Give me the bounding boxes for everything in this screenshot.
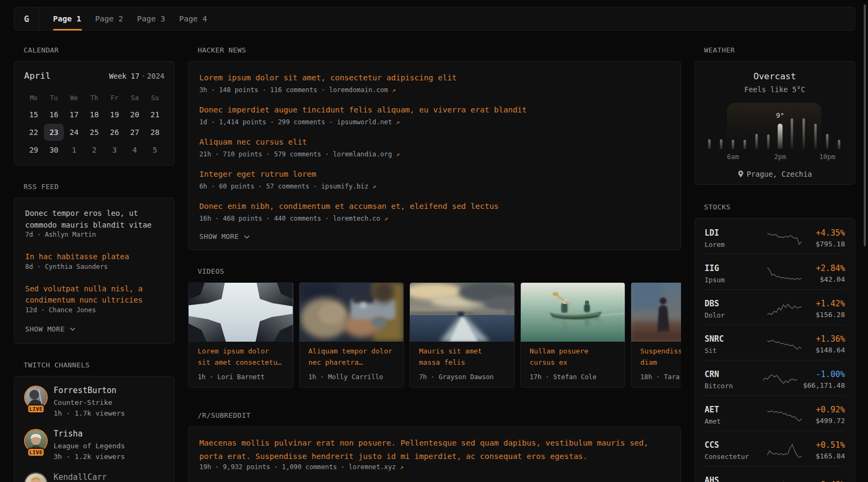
twitch-channel-category[interactable]: Counter-Strike — [54, 398, 125, 407]
hackernews-item-title[interactable]: Lorem ipsum dolor sit amet, consectetur … — [199, 72, 670, 84]
calendar-day[interactable]: 17 — [64, 106, 84, 123]
twitch-channel-info: Trisha League of Legends 3h · 1.2k viewe… — [54, 429, 125, 462]
calendar-separator: · — [139, 72, 147, 80]
stock-ticker: CCS — [705, 440, 760, 450]
twitch-live-badge: LIVE — [27, 448, 45, 457]
rss-card: Donec tempor eros leo, ut commodo mauris… — [14, 198, 175, 344]
external-link-arrow-icon[interactable]: ↗ — [384, 215, 388, 222]
hackernews-item-title[interactable]: Donec imperdiet augue tincidunt felis al… — [199, 104, 670, 116]
page-tab-2[interactable]: Page 2 — [88, 7, 130, 30]
video-thumbnail — [300, 283, 404, 342]
page-scrollbar-thumb[interactable] — [864, 4, 866, 246]
page-tab-1[interactable]: Page 1 — [46, 7, 88, 30]
calendar-weekday: Th — [84, 95, 104, 101]
calendar-day[interactable]: 20 — [125, 106, 145, 123]
calendar-day[interactable]: 2 — [84, 141, 104, 159]
video-card[interactable]: Nullam posuere cursus ex 17h · Stefan Co… — [520, 282, 626, 388]
stock-row[interactable]: AET Amet +0.92% $499.72 — [705, 395, 845, 431]
twitch-channel-row[interactable]: KendallCarr — [24, 472, 164, 482]
stock-row[interactable]: CCS Consectetur +0.51% $165.84 — [705, 431, 845, 466]
twitch-channel-name[interactable]: KendallCarr — [54, 472, 107, 482]
twitch-channel-row[interactable]: LIVE ForrestBurton Counter-Strike 1h · 1… — [24, 386, 164, 418]
hackernews-item-meta-text: 3h · 148 points · 116 comments · loremdo… — [199, 86, 388, 94]
calendar-day[interactable]: 27 — [125, 124, 145, 141]
video-title[interactable]: Lorem ipsum dolor sit amet consectetu… — [198, 346, 284, 368]
weather-bar — [767, 134, 770, 149]
calendar-day[interactable]: 22 — [24, 124, 44, 141]
hackernews-item-title[interactable]: Donec enim nibh, condimentum et accumsan… — [199, 200, 670, 212]
stocks-widget-label: STOCKS — [704, 204, 855, 210]
calendar-day[interactable]: 18 — [84, 106, 104, 123]
calendar-day[interactable]: 28 — [145, 124, 165, 141]
video-title[interactable]: Nullam posuere cursus ex — [530, 346, 616, 368]
stock-row[interactable]: LDI Lorem +4.35% $795.18 — [705, 219, 845, 254]
calendar-day[interactable]: 4 — [125, 141, 145, 159]
rss-item-title[interactable]: Donec tempor eros leo, ut commodo mauris… — [25, 208, 163, 231]
twitch-channel-row[interactable]: LIVE Trisha League of Legends 3h · 1.2k … — [24, 429, 164, 462]
stock-ticker: CRN — [705, 370, 760, 379]
external-link-arrow-icon[interactable]: ↗ — [400, 463, 403, 471]
stock-row[interactable]: AHS +0.46% — [705, 466, 845, 482]
calendar-day[interactable]: 19 — [104, 106, 125, 123]
rss-show-more-button[interactable]: SHOW MORE — [25, 326, 163, 333]
stock-name: Amet — [705, 417, 760, 425]
rss-item-title[interactable]: Sed volutpat nulla nisl, a condimentum n… — [25, 283, 163, 306]
stock-name: Dolor — [705, 311, 760, 319]
page-tab-4[interactable]: Page 4 — [172, 7, 214, 30]
hackernews-show-more-button[interactable]: SHOW MORE — [199, 233, 670, 240]
stock-sparkline-chart — [763, 371, 797, 388]
calendar-day-selected[interactable]: 23 — [44, 124, 64, 141]
stock-row[interactable]: SNRC Sit +1.36% $148.64 — [705, 325, 845, 360]
twitch-channel-viewers: 3h · 1.2k viewers — [54, 452, 125, 461]
video-title[interactable]: Suspendisse sodales diam — [640, 346, 681, 368]
hackernews-widget: HACKER NEWS Lorem ipsum dolor sit amet, … — [188, 47, 681, 250]
stock-row[interactable]: DBS Dolor +1.42% $156.28 — [705, 289, 845, 325]
video-card[interactable]: Aliquam tempor dolor nec pharetra… 1h · … — [299, 282, 405, 388]
subreddit-post-title[interactable]: Maecenas mollis pulvinar erat non posuer… — [199, 436, 670, 463]
rss-item-title[interactable]: In hac habitasse platea — [25, 251, 163, 263]
hackernews-item-title[interactable]: Aliquam nec cursus elit — [199, 136, 670, 148]
external-link-arrow-icon[interactable]: ↗ — [392, 86, 396, 94]
calendar-day[interactable]: 3 — [104, 141, 125, 159]
weather-location: Prague, Czechia — [695, 170, 855, 178]
calendar-day[interactable]: 29 — [24, 141, 44, 159]
video-title[interactable]: Aliquam tempor dolor nec pharetra… — [309, 346, 395, 368]
calendar-day[interactable]: 15 — [24, 106, 44, 123]
stock-change-percent: +2.84% — [816, 263, 845, 273]
calendar-day[interactable]: 21 — [145, 106, 165, 123]
stock-values: +0.46% — [816, 480, 845, 482]
page-tab-3[interactable]: Page 3 — [130, 7, 172, 30]
stock-ticker: AET — [705, 405, 760, 415]
twitch-avatar-wrap: LIVE — [24, 386, 48, 415]
weather-widget-label: WEATHER — [704, 47, 855, 54]
hackernews-item-title[interactable]: Integer eget rutrum lorem — [199, 168, 670, 180]
calendar-day[interactable]: 16 — [44, 106, 64, 123]
calendar-day[interactable]: 25 — [84, 124, 104, 141]
stock-row[interactable]: CRN Bitcorn -1.00% $66,171.48 — [705, 360, 845, 395]
twitch-channel-name[interactable]: ForrestBurton — [54, 386, 125, 395]
twitch-channel-viewers: 1h · 1.7k viewers — [54, 409, 125, 418]
calendar-day[interactable]: 24 — [64, 124, 84, 141]
stock-change-percent: +1.42% — [815, 299, 845, 308]
external-link-arrow-icon[interactable]: ↗ — [396, 118, 400, 126]
calendar-day[interactable]: 1 — [64, 141, 84, 159]
calendar-day[interactable]: 5 — [145, 141, 165, 159]
stock-name: Sit — [705, 347, 760, 355]
calendar-day[interactable]: 26 — [104, 124, 125, 141]
calendar-day[interactable]: 30 — [44, 141, 64, 159]
twitch-channel-name[interactable]: Trisha — [54, 429, 125, 439]
stock-values: +0.51% $165.84 — [815, 440, 845, 461]
external-link-arrow-icon[interactable]: ↗ — [372, 183, 376, 190]
stock-sparkline-chart — [767, 265, 802, 282]
video-title[interactable]: Mauris sit amet massa felis — [419, 346, 505, 368]
app-logo[interactable]: G — [14, 7, 39, 30]
calendar-card: April Week 17·2024 MoTuWeThFrSaSu 151617… — [14, 61, 175, 165]
video-card[interactable]: Lorem ipsum dolor sit amet consectetu… 1… — [188, 282, 294, 388]
external-link-arrow-icon[interactable]: ↗ — [396, 150, 400, 158]
video-card[interactable]: Suspendisse sodales diam 18h · Tara Wals… — [631, 282, 681, 388]
video-card[interactable]: Mauris sit amet massa felis 7h · Grayson… — [409, 282, 515, 388]
rss-widget: RSS FEED Donec tempor eros leo, ut commo… — [14, 183, 175, 344]
stock-row[interactable]: IIG Ipsum +2.84% $42.04 — [705, 254, 845, 289]
rss-item-meta: 12d · Chance Jones — [25, 306, 163, 314]
twitch-channel-category[interactable]: League of Legends — [54, 441, 125, 450]
